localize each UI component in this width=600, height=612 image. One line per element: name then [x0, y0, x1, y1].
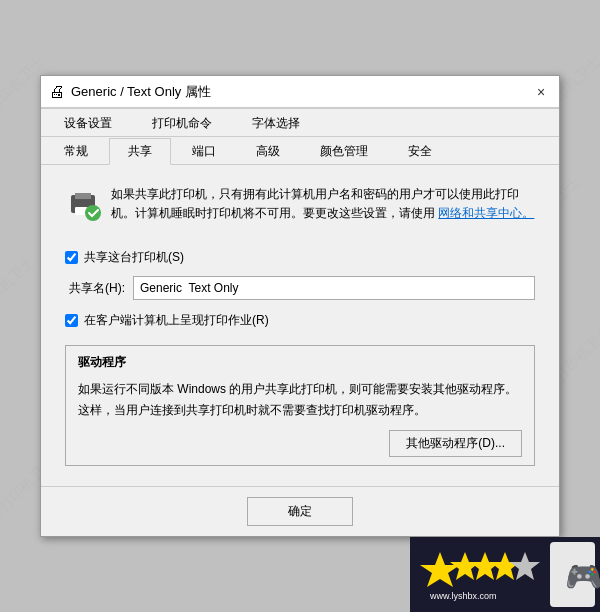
share-checkbox-row: 共享这台打印机(S) — [65, 249, 535, 266]
title-bar: 🖨 Generic / Text Only 属性 × — [41, 76, 559, 108]
driver-section: 驱动程序 如果运行不同版本 Windows 的用户共享此打印机，则可能需要安装其… — [65, 345, 535, 466]
render-jobs-label[interactable]: 在客户端计算机上呈现打印作业(R) — [84, 312, 269, 329]
title-bar-left: 🖨 Generic / Text Only 属性 — [49, 83, 211, 101]
share-checkbox[interactable] — [65, 251, 78, 264]
share-section: 共享这台打印机(S) 共享名(H): 在客户端计算机上呈现打印作业(R) — [57, 249, 543, 329]
share-checkbox-label[interactable]: 共享这台打印机(S) — [84, 249, 184, 266]
info-icon — [65, 185, 101, 225]
svg-text:🎮: 🎮 — [565, 559, 600, 595]
tab-row-2: 常规 共享 端口 高级 颜色管理 安全 — [41, 137, 559, 165]
svg-rect-2 — [75, 193, 91, 199]
ok-button[interactable]: 确定 — [247, 497, 353, 526]
tab-print-commands[interactable]: 打印机命令 — [133, 110, 231, 137]
render-jobs-checkbox[interactable] — [65, 314, 78, 327]
tab-row-1: 设备设置 打印机命令 字体选择 — [41, 108, 559, 137]
svg-point-3 — [85, 205, 101, 221]
close-button[interactable]: × — [531, 82, 551, 102]
svg-text:www.lyshbx.com: www.lyshbx.com — [429, 591, 497, 601]
watermark-3: @打印机卫士 — [0, 253, 38, 325]
driver-btn-row: 其他驱动程序(D)... — [78, 430, 522, 457]
share-name-label: 共享名(H): — [69, 280, 133, 297]
bottom-bar: 确定 — [41, 486, 559, 536]
tab-sharing[interactable]: 共享 — [109, 138, 171, 165]
driver-title: 驱动程序 — [78, 354, 522, 371]
tab-security[interactable]: 安全 — [389, 138, 451, 165]
driver-text: 如果运行不同版本 Windows 的用户共享此打印机，则可能需要安装其他驱动程序… — [78, 379, 522, 420]
dialog-title: Generic / Text Only 属性 — [71, 83, 211, 101]
tab-ports[interactable]: 端口 — [173, 138, 235, 165]
info-text: 如果共享此打印机，只有拥有此计算机用户名和密码的用户才可以使用此打印机。计算机睡… — [111, 185, 535, 223]
tab-font-select[interactable]: 字体选择 — [233, 110, 319, 137]
printer-icon: 🖨 — [49, 83, 65, 101]
render-jobs-checkbox-row: 在客户端计算机上呈现打印作业(R) — [65, 312, 535, 329]
share-name-row: 共享名(H): — [69, 276, 535, 300]
dialog: 🖨 Generic / Text Only 属性 × 设备设置 打印机命令 字体… — [40, 75, 560, 537]
share-name-input[interactable] — [133, 276, 535, 300]
other-drivers-button[interactable]: 其他驱动程序(D)... — [389, 430, 522, 457]
tab-device-settings[interactable]: 设备设置 — [45, 110, 131, 137]
tab-advanced[interactable]: 高级 — [237, 138, 299, 165]
tab-color-management[interactable]: 颜色管理 — [301, 138, 387, 165]
info-box: 如果共享此打印机，只有拥有此计算机用户名和密码的用户才可以使用此打印机。计算机睡… — [57, 177, 543, 233]
content-area: 如果共享此打印机，只有拥有此计算机用户名和密码的用户才可以使用此打印机。计算机睡… — [41, 165, 559, 486]
tab-general[interactable]: 常规 — [45, 138, 107, 165]
info-link[interactable]: 网络和共享中心。 — [438, 206, 534, 220]
